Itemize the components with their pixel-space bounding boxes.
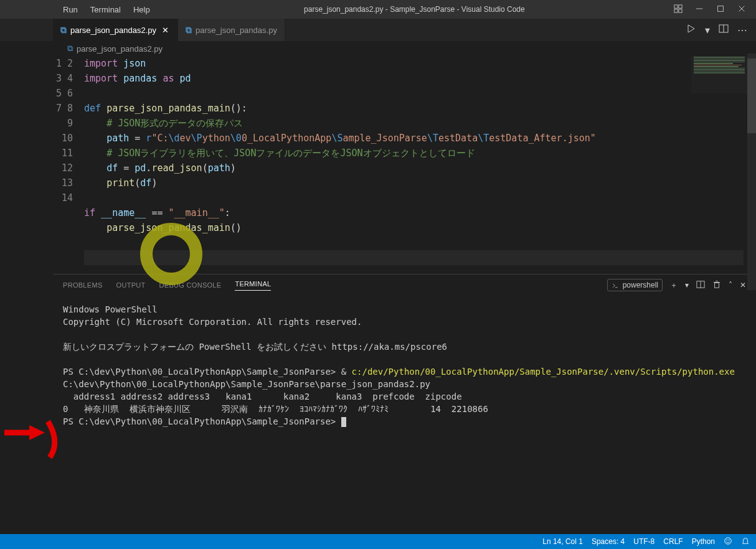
run-icon[interactable]	[686, 24, 696, 36]
window-title: parse_json_pandas2.py - Sample_JsonParse…	[155, 5, 674, 14]
menu-terminal[interactable]: Terminal	[85, 2, 126, 17]
svg-rect-5	[718, 6, 724, 11]
terminal-shell-selector[interactable]: powershell	[607, 279, 663, 291]
panel-tab-debug-console[interactable]: DEBUG CONSOLE	[159, 281, 222, 289]
panel-tab-terminal[interactable]: TERMINAL	[235, 280, 271, 291]
maximize-icon[interactable]	[716, 4, 725, 15]
svg-rect-2	[674, 9, 678, 12]
terminal-output[interactable]: Windows PowerShell Copyright (C) Microso…	[53, 296, 756, 495]
panel-tab-problems[interactable]: PROBLEMS	[63, 281, 103, 289]
status-eol[interactable]: CRLF	[663, 537, 683, 546]
more-icon[interactable]: ⋯	[737, 24, 747, 36]
menu-run[interactable]: Run	[58, 2, 83, 17]
close-panel-icon[interactable]: ✕	[740, 281, 746, 289]
new-terminal-icon[interactable]: ＋	[670, 280, 678, 291]
svg-marker-17	[29, 425, 45, 440]
menu-bar: Run Terminal Help	[58, 2, 155, 17]
title-bar: Run Terminal Help parse_json_pandas2.py …	[0, 0, 756, 19]
code-body[interactable]: import json import pandas as pd def pars…	[84, 56, 756, 265]
svg-rect-14	[715, 283, 719, 288]
status-bar: Ln 14, Col 1 Spaces: 4 UTF-8 CRLF Python	[0, 534, 756, 549]
chevron-down-icon[interactable]: ▾	[705, 24, 710, 36]
python-icon: ⧉	[67, 44, 73, 54]
python-icon: ⧉	[186, 25, 192, 35]
status-language[interactable]: Python	[692, 537, 715, 546]
svg-point-19	[726, 539, 727, 540]
tab-label: parse_json_pandas2.py	[70, 26, 156, 35]
minimap[interactable]	[691, 56, 747, 93]
panel-tab-output[interactable]: OUTPUT	[116, 281, 146, 289]
trash-icon[interactable]	[712, 280, 721, 291]
bottom-panel: PROBLEMS OUTPUT DEBUG CONSOLE TERMINAL p…	[53, 274, 756, 495]
breadcrumb-file: parse_json_pandas2.py	[77, 44, 163, 54]
line-number-gutter: 1 2 3 4 5 6 7 8 9 10 11 12 13 14	[53, 56, 84, 274]
panel-tab-bar: PROBLEMS OUTPUT DEBUG CONSOLE TERMINAL p…	[53, 274, 756, 296]
svg-rect-3	[679, 9, 682, 12]
feedback-icon[interactable]	[724, 537, 732, 547]
breadcrumb[interactable]: ⧉ parse_json_pandas2.py	[0, 41, 756, 56]
svg-point-18	[725, 537, 732, 544]
svg-rect-0	[674, 4, 678, 7]
bell-icon[interactable]	[741, 537, 750, 547]
tab-parse-json-pandas[interactable]: ⧉ parse_json_pandas.py	[178, 19, 285, 41]
svg-marker-8	[688, 25, 694, 32]
svg-rect-1	[679, 4, 682, 7]
close-icon[interactable]	[737, 4, 746, 15]
minimize-icon[interactable]	[695, 4, 704, 15]
code-editor[interactable]: 1 2 3 4 5 6 7 8 9 10 11 12 13 14 import …	[0, 56, 756, 274]
status-encoding[interactable]: UTF-8	[633, 537, 654, 546]
menu-help[interactable]: Help	[128, 2, 155, 17]
chevron-down-icon[interactable]: ▾	[685, 281, 689, 289]
annotation-arrow	[1, 414, 57, 469]
svg-point-20	[729, 539, 730, 540]
editor-scrollbar[interactable]	[747, 54, 756, 290]
editor-tab-bar: ⧉ parse_json_pandas2.py ✕ ⧉ parse_json_p…	[0, 19, 756, 41]
split-terminal-icon[interactable]	[696, 280, 705, 291]
tab-close-icon[interactable]: ✕	[160, 26, 170, 35]
tab-parse-json-pandas2[interactable]: ⧉ parse_json_pandas2.py ✕	[53, 19, 178, 41]
chevron-up-icon[interactable]: ˄	[729, 281, 732, 289]
shell-name: powershell	[623, 281, 658, 289]
tab-label: parse_json_pandas.py	[196, 26, 277, 35]
status-spaces[interactable]: Spaces: 4	[592, 537, 625, 546]
window-controls	[674, 4, 751, 15]
python-icon: ⧉	[60, 25, 67, 35]
split-editor-icon[interactable]	[719, 24, 729, 36]
status-ln-col[interactable]: Ln 14, Col 1	[542, 537, 583, 546]
layout-icon[interactable]	[674, 4, 683, 15]
